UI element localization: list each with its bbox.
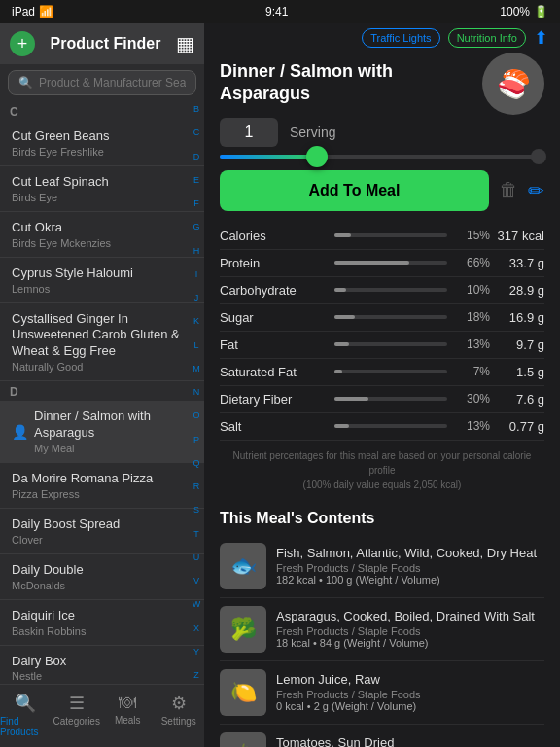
traffic-lights-button[interactable]: Traffic Lights [362,28,439,48]
nav-settings[interactable]: ⚙ Settings [154,689,205,741]
search-bar[interactable]: 🔍 [8,70,196,95]
alpha-c[interactable]: C [193,128,200,137]
food-header: 🍣 Dinner / Salmon with Asparagus [220,53,544,118]
person-icon: 👤 [12,424,28,440]
alpha-y[interactable]: Y [193,648,199,657]
nutrition-row: Saturated Fat 7% 1.5 g [220,359,544,386]
nutrition-row: Dietary Fiber 30% 7.6 g [220,386,544,413]
edit-icon[interactable]: ✏ [528,179,544,202]
battery-icon: 🔋 [534,5,548,18]
detail-panel: Traffic Lights Nutrition Info ⬆ 🍣 Dinner… [204,23,560,747]
nutrition-row: Fat 13% 9.7 g [220,332,544,359]
serving-slider[interactable] [220,155,544,159]
list-item[interactable]: Cystallised Ginger In Unsweetened Carob … [0,303,204,382]
list-item-dinner-salmon[interactable]: 👤 Dinner / Salmon with Asparagus My Meal [0,401,204,463]
list-item[interactable]: Cut Green Beans Birds Eye Freshlike [0,121,204,166]
alpha-v[interactable]: V [193,577,199,586]
alpha-j[interactable]: J [194,294,199,302]
meal-list-item[interactable]: 🍋 Lemon Juice, Raw Fresh Products / Stap… [220,661,544,725]
meal-list-item[interactable]: 🐟 Fish, Salmon, Atlantic, Wild, Cooked, … [220,535,544,598]
nav-categories[interactable]: ☰ Categories [52,689,103,741]
serving-label: Serving [290,124,335,140]
alpha-index: B C D E F G H I J K L M N O P Q R S T U [189,101,204,684]
alpha-p[interactable]: P [193,436,199,445]
bottom-nav: 🔍 Find Products ☰ Categories 🍽 Meals ⚙ S… [0,684,204,747]
food-thumbnail: 🍣 [482,53,544,115]
alpha-e[interactable]: E [193,176,199,185]
meal-actions-row: Add To Meal 🗑 ✏ [220,170,544,211]
add-to-meal-button[interactable]: Add To Meal [220,170,489,211]
sidebar-header: + Product Finder ▦ [0,23,204,64]
find-products-icon: 🔍 [15,693,36,714]
share-icon[interactable]: ⬆ [534,27,548,49]
categories-icon: ☰ [69,693,85,714]
nutrition-row: Carbohydrate 10% 28.9 g [220,277,544,304]
barcode-icon[interactable]: ▦ [176,32,194,55]
alpha-t[interactable]: T [193,530,199,539]
alpha-u[interactable]: U [193,553,200,562]
search-icon: 🔍 [18,76,33,89]
alpha-h[interactable]: H [193,247,200,256]
nav-meals[interactable]: 🍽 Meals [102,689,154,741]
delete-icon[interactable]: 🗑 [499,179,518,201]
nav-find-products[interactable]: 🔍 Find Products [0,689,52,741]
search-input[interactable] [39,76,186,89]
meal-list-item[interactable]: 🥦 Asparagus, Cooked, Boiled, Drained Wit… [220,598,544,661]
alpha-z[interactable]: Z [193,671,199,680]
sidebar: + Product Finder ▦ 🔍 C Cut Green Beans B… [0,23,204,747]
alpha-m[interactable]: M [192,365,200,374]
section-c-label: C [0,101,204,121]
list-item[interactable]: Cut Leaf Spinach Birds Eye [0,166,204,212]
section-d-label: D [0,381,204,401]
list-item-daily-boost[interactable]: Daily Boost Spread Clover [0,509,204,554]
alpha-l[interactable]: L [193,341,198,350]
detail-header-bar: Traffic Lights Nutrition Info ⬆ [204,23,560,53]
list-item[interactable]: Daiquiri Ice Baskin Robbins [0,600,204,646]
nutrition-row: Salt 13% 0.77 g [220,413,544,441]
alpha-n[interactable]: N [193,388,200,397]
wifi-icon: 📶 [39,5,53,18]
nutrition-row: Calories 15% 317 kcal [220,223,544,250]
sidebar-list: C Cut Green Beans Birds Eye Freshlike Cu… [0,101,204,684]
list-item[interactable]: Cyprus Style Haloumi Lemnos [0,258,204,303]
meals-icon: 🍽 [119,693,136,713]
alpha-x[interactable]: X [193,624,199,633]
list-item[interactable]: Dairy Box Nestle [0,646,204,684]
alpha-o[interactable]: O [192,411,199,420]
alpha-g[interactable]: G [192,223,199,231]
serving-control: Serving [220,118,544,147]
list-item[interactable]: Cut Okra Birds Eye Mckenzies [0,212,204,258]
meal-contents-title: This Meal's Contents [220,500,544,535]
nutrient-note: Nutrient percentages for this meal are b… [220,441,544,500]
alpha-r[interactable]: R [193,482,200,491]
nav-categories-label: Categories [53,716,100,727]
serving-input[interactable] [220,118,278,147]
nav-meals-label: Meals [115,715,141,726]
detail-scroll: 🍣 Dinner / Salmon with Asparagus Serving… [204,53,560,747]
main-container: + Product Finder ▦ 🔍 C Cut Green Beans B… [0,23,560,747]
nutrition-row: Sugar 18% 16.9 g [220,304,544,332]
alpha-i[interactable]: I [195,270,198,279]
nutrition-info-button[interactable]: Nutrition Info [448,28,526,48]
alpha-b[interactable]: B [193,105,199,114]
status-bar: iPad 📶 9:41 100% 🔋 [0,0,560,23]
battery-label: 100% [500,5,530,18]
ipad-label: iPad [12,5,35,18]
nav-find-label: Find Products [0,716,52,737]
meal-list-item[interactable]: 🍅 Tomatoes, Sun Dried Fresh Products / S… [220,725,544,747]
nutrition-table: Calories 15% 317 kcal Protein 66% 33.7 g… [220,223,544,441]
sidebar-title: Product Finder [43,35,168,53]
alpha-w[interactable]: W [192,600,201,609]
meal-items-list: 🐟 Fish, Salmon, Atlantic, Wild, Cooked, … [220,535,544,747]
list-item-daily-double[interactable]: Daily Double McDonalds [0,554,204,600]
list-item[interactable]: Da Morire Romana Pizza Pizza Express [0,463,204,509]
alpha-k[interactable]: K [193,317,199,326]
nav-settings-label: Settings [161,716,196,727]
alpha-s[interactable]: S [193,506,199,515]
alpha-d[interactable]: D [193,153,200,161]
alpha-f[interactable]: F [193,199,199,208]
clock: 9:41 [265,5,288,18]
nutrition-row: Protein 66% 33.7 g [220,250,544,277]
add-button[interactable]: + [10,31,35,56]
alpha-q[interactable]: Q [192,459,199,468]
